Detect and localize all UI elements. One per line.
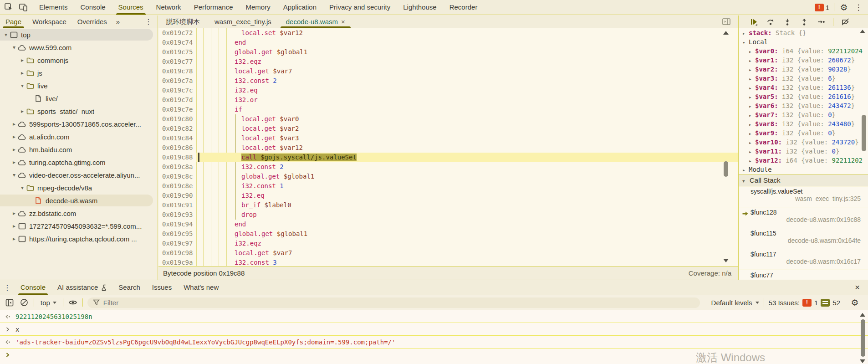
scope-var-var9[interactable]: ▸$var9: i32 {value: 0} — [739, 128, 868, 138]
call-stack-frame--func77[interactable]: $func77 — [739, 270, 868, 280]
code-line-0x019c94[interactable]: 0x019c94end — [158, 220, 738, 229]
log-levels-selector[interactable]: Default levels — [711, 299, 759, 307]
tree-item-decode-u8.wasm[interactable]: decode-u8.wasm — [0, 194, 158, 207]
console-messages[interactable]: 9221120245631025198nx'ads-tracker-baidu=… — [0, 310, 868, 364]
console-sidebar-icon[interactable] — [5, 297, 15, 308]
editor-tab-wasm-exec-tiny.js[interactable]: wasm_exec_tiny.js — [207, 15, 279, 28]
code-line-0x019c8a[interactable]: 0x019c8ai32.const 2 — [158, 162, 738, 172]
eye-icon[interactable] — [68, 297, 78, 308]
tree-item-www.599.com[interactable]: ▾www.599.com — [0, 41, 158, 54]
console-prompt-row[interactable] — [0, 349, 868, 361]
step-out-icon[interactable] — [799, 17, 809, 27]
console-filter[interactable] — [87, 297, 700, 308]
step-into-icon[interactable] — [782, 17, 792, 27]
chevron-right-icon[interactable]: ▸ — [11, 133, 17, 140]
tree-item-zz.bdstatic.com[interactable]: ▸zz.bdstatic.com — [0, 207, 158, 220]
chevron-down-icon[interactable]: ▾ — [19, 82, 26, 89]
tree-item-https-turing.captcha.qcloud.com-...[interactable]: ▸https://turing.captcha.qcloud.com ... — [0, 232, 158, 245]
chevron-right-icon[interactable]: ▸ — [11, 121, 17, 127]
code-line-0x019c97[interactable]: 0x019c97i32.eqz — [158, 239, 738, 248]
toggle-debugger-sidebar-icon[interactable] — [721, 17, 731, 27]
scope-local-section[interactable]: ▾Local — [739, 37, 868, 46]
tab-console[interactable]: Console — [74, 0, 112, 15]
chevron-right-icon[interactable]: ▸ — [11, 159, 17, 165]
kebab-menu-icon[interactable]: ⋮ — [853, 2, 863, 12]
tree-item-live[interactable]: ▾live — [0, 79, 158, 92]
drawer-tab-issues[interactable]: Issues — [146, 280, 178, 295]
device-toolbar-icon[interactable] — [18, 2, 28, 12]
inspect-element-icon[interactable] — [4, 2, 14, 12]
editor-scroll-down-icon[interactable] — [723, 259, 729, 262]
tab-privacy-and-security[interactable]: Privacy and security — [323, 0, 397, 15]
code-line-0x019c7a[interactable]: 0x019c7ai32.const 2 — [158, 76, 738, 86]
step-over-icon[interactable] — [766, 17, 776, 27]
console-scroll-down-icon[interactable] — [860, 359, 865, 363]
scope-scroll-up-icon[interactable] — [860, 30, 865, 33]
navigator-kebab-icon[interactable]: ⋮ — [145, 17, 158, 26]
code-line-0x019c8c[interactable]: 0x019c8cglobal.get $global1 — [158, 172, 738, 181]
call-stack-frame--func115[interactable]: $func115decode-u8.wasm:0x164fe — [739, 228, 868, 249]
tree-item-commonjs[interactable]: ▸commonjs — [0, 54, 158, 67]
chevron-right-icon[interactable]: ▸ — [19, 70, 26, 76]
code-line-0x019c84[interactable]: 0x019c84local.get $var3 — [158, 133, 738, 143]
editor-tab--[interactable]: 脱环境脚本 — [158, 15, 207, 28]
scope-var-var4[interactable]: ▸$var4: i32 {value: 261136} — [739, 83, 868, 92]
filter-input[interactable] — [103, 299, 194, 307]
chevron-down-icon[interactable]: ▾ — [11, 172, 17, 178]
tree-item-hm.baidu.com[interactable]: ▸hm.baidu.com — [0, 143, 158, 156]
chevron-down-icon[interactable]: ▾ — [3, 31, 9, 38]
code-line-0x019c72[interactable]: 0x019c72local.set $var12 — [158, 28, 738, 38]
deactivate-breakpoints-icon[interactable] — [840, 17, 850, 27]
code-line-0x019c91[interactable]: 0x019c91br_if $label0 — [158, 200, 738, 210]
code-line-0x019c93[interactable]: 0x019c93drop — [158, 210, 738, 220]
clear-console-icon[interactable] — [19, 297, 29, 308]
code-line-0x019c80[interactable]: 0x019c80local.get $var0 — [158, 114, 738, 124]
code-line-0x019c75[interactable]: 0x019c75global.get $global1 — [158, 47, 738, 57]
close-tab-icon[interactable]: × — [341, 15, 345, 28]
console-scrollbar-thumb[interactable] — [861, 319, 865, 357]
drawer-kebab-icon[interactable]: ⋮ — [0, 283, 15, 292]
drawer-tab-what-s-new[interactable]: What's new — [178, 280, 225, 295]
tree-item-mpeg-decode-v8a[interactable]: ▾mpeg-decode/v8a — [0, 181, 158, 194]
scope-var-var6[interactable]: ▸$var6: i32 {value: 243472} — [739, 101, 868, 110]
code-line-0x019c86[interactable]: 0x019c86local.get $var12 — [158, 143, 738, 153]
resume-script-icon[interactable] — [749, 17, 759, 27]
tab-network[interactable]: Network — [150, 0, 188, 15]
chevron-right-icon[interactable]: ▸ — [11, 146, 17, 153]
code-line-0x019c95[interactable]: 0x019c95global.get $global1 — [158, 229, 738, 239]
chevron-right-icon[interactable]: ▸ — [11, 236, 17, 242]
code-line-0x019c77[interactable]: 0x019c77i32.eqz — [158, 57, 738, 67]
scope-var-var8[interactable]: ▸$var8: i32 {value: 243480} — [739, 119, 868, 128]
scope-var-var11[interactable]: ▸$var11: i32 {value: 0} — [739, 147, 868, 156]
drawer-tab-search[interactable]: Search — [112, 280, 146, 295]
tab-memory[interactable]: Memory — [240, 0, 277, 15]
chevron-right-icon[interactable]: ▸ — [11, 210, 17, 216]
code-line-0x019c98[interactable]: 0x019c98local.get $var7 — [158, 248, 738, 258]
tree-item-599sports-1300571865.cos.acceler...[interactable]: ▸599sports-1300571865.cos.acceler... — [0, 118, 158, 130]
chevron-down-icon[interactable]: ▾ — [19, 185, 26, 191]
code-line-0x019c7e[interactable]: 0x019c7eif — [158, 105, 738, 114]
tab-lighthouse[interactable]: Lighthouse — [397, 0, 443, 15]
tree-item-turing.captcha.gtimg.com[interactable]: ▸turing.captcha.gtimg.com — [0, 156, 158, 169]
close-drawer-icon[interactable]: × — [855, 282, 868, 292]
chevron-right-icon[interactable]: ▸ — [19, 57, 26, 63]
scope-var-var12[interactable]: ▸$var12: i64 {value: 92211202 — [739, 156, 868, 165]
tab-application[interactable]: Application — [277, 0, 323, 15]
step-icon[interactable] — [816, 17, 826, 27]
console-settings-gear-icon[interactable]: ⚙ — [850, 297, 860, 308]
call-stack-header[interactable]: ▾Call Stack — [739, 174, 868, 186]
issues-counter[interactable]: 53 Issues: ! 1 52 — [769, 299, 840, 307]
drawer-tab-ai-assistance[interactable]: AI assistance — [51, 280, 112, 295]
code-line-0x019c88[interactable]: 0x019c88call $gojs.syscall/js.valueSet — [158, 153, 738, 162]
navigator-tab-page[interactable]: Page — [0, 15, 27, 28]
more-tabs-icon[interactable]: » — [112, 18, 123, 26]
code-line-0x019c82[interactable]: 0x019c82local.get $var2 — [158, 124, 738, 133]
scope-scrollbar-thumb[interactable] — [862, 115, 866, 151]
tab-elements[interactable]: Elements — [33, 0, 74, 15]
editor-scrollbar-thumb[interactable] — [724, 161, 728, 177]
code-line-0x019c74[interactable]: 0x019c74end — [158, 38, 738, 47]
tree-item-sports-static-nuxt[interactable]: ▸sports_static/_nuxt — [0, 105, 158, 118]
tree-item-top[interactable]: ▾top — [0, 28, 158, 41]
tree-item-live[interactable]: live/ — [0, 92, 158, 105]
execution-context-selector[interactable]: top — [39, 299, 58, 307]
